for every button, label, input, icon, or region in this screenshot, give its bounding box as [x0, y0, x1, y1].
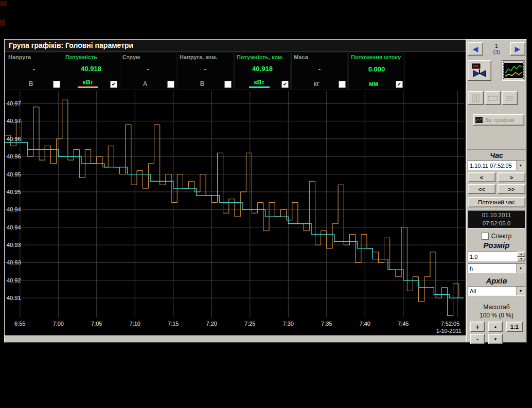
size-unit-combo[interactable]: h ▼ [468, 263, 525, 273]
scale-label: Масштаб [483, 304, 509, 311]
bottom-strip [5, 335, 466, 342]
x-axis-label: 6:55 [14, 321, 25, 327]
channel-label: Напруга [8, 54, 60, 60]
channel-unit: В [24, 81, 39, 88]
datetime-time: 07:52:05.0 [468, 219, 525, 227]
time-combo[interactable]: 1.10.11 07:52:05 ▼ [468, 161, 525, 170]
current-time-button[interactable]: Поточний час [468, 197, 525, 207]
y-axis-label: 40.96 [7, 153, 21, 159]
channel-checkbox[interactable] [167, 81, 174, 88]
x-axis-label: 7:10 [130, 321, 140, 327]
arrow-right-icon: ▶ [515, 45, 521, 52]
page-total: (3) [493, 49, 500, 55]
size-spin-up-button[interactable]: ▲ [517, 252, 525, 257]
channels-panel: Напруга-ВПотужність40.918кВт✔Струм-АНапр… [5, 51, 466, 91]
size-spinner[interactable]: 1.0 ▲ ▼ [468, 252, 525, 261]
x-axis-label: 7:00 [53, 321, 64, 327]
valve-icon [471, 63, 488, 78]
view-switcher [468, 60, 525, 81]
channel-1: Напруга-В [6, 52, 62, 90]
tool-button-3[interactable] [502, 91, 518, 105]
x-axis-label: 7:05 [91, 321, 102, 327]
spectrum-checkbox[interactable]: Спектр [482, 233, 511, 240]
x-axis-label: 7:30 [283, 321, 294, 327]
graphs-panel: Група графіків: Головні параметри Напруг… [5, 40, 466, 342]
channel-checkbox[interactable] [339, 81, 346, 88]
prev-page-button[interactable]: ◀ [468, 42, 483, 56]
spectrum-label: Спектр [491, 233, 511, 240]
size-section-header: Розмір [484, 241, 510, 250]
channel-unit: кВт [78, 79, 98, 88]
window-title: Група графіків: Головні параметри [5, 40, 466, 51]
zoom-controls: + ▲ 1:1 - ▼ [470, 322, 523, 344]
divider [467, 149, 526, 150]
tool-button-1[interactable] [468, 91, 484, 105]
archive-combo[interactable]: All ▼ [468, 286, 525, 296]
chart-area[interactable]: 40.9740.9740.9640.9640.9540.9540.9440.94… [5, 91, 466, 335]
pan-up-button[interactable]: ▲ [488, 322, 503, 332]
zoom-in-button[interactable]: + [470, 322, 485, 332]
time-jump-forward-button[interactable]: >> [498, 184, 525, 194]
channel-checkbox[interactable]: ✔ [110, 81, 117, 88]
channel-unit: А [138, 81, 153, 88]
pan-down-button[interactable]: ▼ [488, 334, 503, 344]
dropdown-icon[interactable]: ▼ [516, 264, 525, 273]
one-to-one-button[interactable]: 1:1 [506, 322, 523, 332]
channel-6: Маса-кг [291, 52, 348, 90]
datetime-display: 01.10.2011 07:52:05.0 [468, 210, 525, 228]
page-current: 1 [493, 43, 500, 49]
dropdown-icon[interactable]: ▼ [516, 287, 525, 295]
time-step-forward-button[interactable]: > [498, 172, 525, 182]
background-artifact [0, 1, 7, 6]
mimic-view-button[interactable] [468, 60, 491, 81]
linked-graphs-button[interactable]: Зв. графіки [473, 114, 524, 126]
channel-checkbox[interactable]: ✔ [281, 81, 289, 88]
channel-unit-row: кг [294, 79, 345, 88]
time-step-row: < > [468, 172, 525, 182]
channel-value: - [294, 66, 345, 73]
y-axis-label: 40.92 [7, 277, 21, 283]
x-axis-label: 7:25 [244, 321, 255, 327]
datetime-date: 01.10.2011 [468, 211, 525, 219]
dropdown-icon[interactable]: ▼ [516, 161, 525, 170]
time-combo-value: 1.10.11 07:52:05 [468, 163, 516, 169]
channel-3: Струм-А [120, 52, 176, 90]
arrow-left-icon: ◀ [473, 45, 478, 52]
channel-checkbox[interactable]: ✔ [396, 81, 403, 88]
spectrum-checkbox-box[interactable] [482, 233, 489, 240]
time-step-back-button[interactable]: < [468, 172, 495, 182]
next-page-button[interactable]: ▶ [510, 42, 525, 56]
y-axis-label: 40.96 [7, 136, 21, 142]
graphs-view-button[interactable] [502, 60, 525, 81]
channel-unit-row: мм [351, 79, 402, 88]
y-axis-label: 40.94 [7, 224, 21, 230]
x-axis-label: 7:52:05 [441, 321, 460, 327]
trend-chart[interactable]: 40.9740.9740.9640.9640.9540.9540.9440.94… [5, 91, 465, 335]
channel-checkbox[interactable] [53, 81, 60, 88]
channel-label: Маса [294, 54, 345, 60]
size-value[interactable]: 1.0 [468, 252, 517, 261]
channel-label: Положення штоку [351, 54, 402, 60]
x-axis-label: 7:40 [360, 321, 370, 327]
time-section-header: Час [490, 151, 503, 159]
zoom-out-button[interactable]: - [470, 334, 485, 344]
size-spin-down-button[interactable]: ▼ [517, 257, 525, 262]
channel-unit-row: А [122, 79, 174, 88]
y-axis-label: 40.94 [7, 206, 21, 212]
list-icon [505, 95, 515, 102]
x-axis-label: 7:35 [321, 321, 332, 327]
y-axis-label: 40.95 [7, 189, 21, 195]
channel-4: Напруга, ком.-В [177, 52, 234, 90]
channel-value: - [8, 66, 60, 73]
tool-button-2[interactable] [485, 91, 501, 105]
channel-unit: В [195, 81, 210, 88]
page-indicator: 1 (3) [493, 43, 500, 55]
tool-buttons [468, 91, 525, 105]
y-axis-label: 40.93 [7, 259, 21, 265]
size-unit-value: h [468, 265, 516, 272]
time-jump-back-button[interactable]: << [468, 184, 495, 194]
channel-checkbox[interactable] [224, 81, 232, 88]
y-axis-label: 40.97 [7, 100, 21, 107]
y-axis-label: 40.93 [7, 242, 21, 248]
y-axis-label: 40.91 [7, 295, 21, 301]
